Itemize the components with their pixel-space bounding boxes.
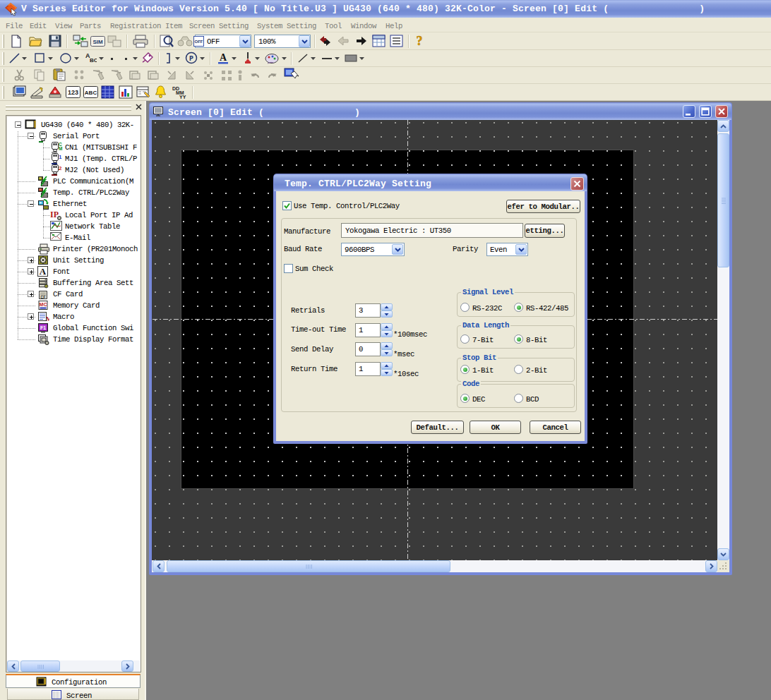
svg-text:M: M	[46, 315, 49, 322]
svg-text:YY: YY	[179, 95, 186, 99]
svg-text:SIM: SIM	[92, 39, 103, 45]
svg-text:OFF: OFF	[195, 40, 203, 44]
svg-text:1: 1	[59, 154, 62, 160]
svg-text:A: A	[40, 266, 47, 277]
svg-text:F1: F1	[40, 325, 46, 330]
svg-text:M: M	[59, 146, 62, 151]
svg-text:P: P	[189, 55, 193, 63]
svg-text:BC: BC	[90, 57, 97, 64]
svg-text:MC: MC	[40, 302, 47, 307]
svg-text:2: 2	[59, 165, 62, 171]
svg-text:CF: CF	[40, 295, 46, 299]
svg-text:123: 123	[68, 89, 78, 96]
svg-text:A: A	[220, 52, 227, 63]
svg-text:ABC: ABC	[85, 90, 97, 96]
svg-text:?: ?	[417, 34, 423, 48]
